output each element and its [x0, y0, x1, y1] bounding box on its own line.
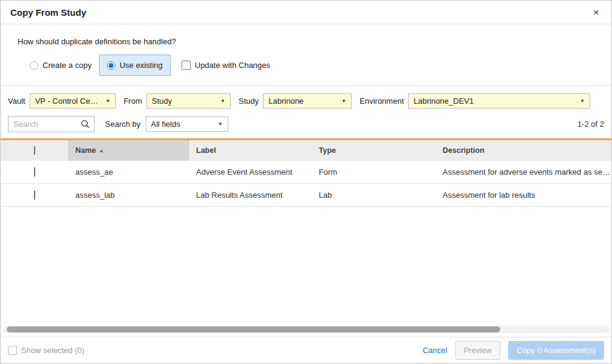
environment-dropdown[interactable]: Labrinone_DEV1 ▼ — [408, 93, 590, 109]
study-label: Study — [239, 96, 259, 106]
duplicate-question: How should duplicate definitions be hand… — [18, 37, 611, 46]
search-input[interactable] — [13, 120, 81, 129]
vault-dropdown-value: VP - Control Cen… — [35, 96, 101, 106]
from-dropdown[interactable]: Study ▼ — [146, 93, 231, 109]
cancel-link[interactable]: Cancel — [423, 346, 447, 355]
copy-button[interactable]: Copy 0 Assessment(s) — [508, 341, 604, 360]
search-by-dropdown[interactable]: All fields ▼ — [146, 116, 228, 132]
row-checkbox-cell — [1, 167, 68, 177]
table-row[interactable]: assess_ae Adverse Event Assessment Form … — [1, 161, 611, 184]
study-dropdown[interactable]: Labrinone ▼ — [263, 93, 352, 109]
column-header-name[interactable]: Name ▲ — [68, 140, 189, 161]
show-selected-option[interactable]: Show selected (0) — [8, 346, 84, 355]
chevron-down-icon: ▼ — [218, 121, 223, 127]
search-by-dropdown-value: All fields — [151, 120, 180, 129]
cell-name: assess_lab — [68, 190, 189, 200]
cell-label: Adverse Event Assessment — [189, 167, 311, 177]
cell-label: Lab Results Assessment — [189, 190, 311, 200]
copy-from-study-dialog: Copy From Study × How should duplicate d… — [0, 0, 612, 364]
show-selected-checkbox[interactable] — [8, 346, 17, 355]
environment-label: Environment — [359, 96, 404, 106]
header-checkbox-cell — [1, 146, 68, 155]
cell-description: Assessment for adverse events marked as … — [435, 167, 611, 177]
row-checkbox[interactable] — [34, 190, 35, 200]
row-checkbox[interactable] — [34, 167, 35, 177]
chevron-down-icon: ▼ — [341, 98, 346, 104]
search-by-label: Search by — [105, 120, 141, 129]
column-header-label-col[interactable]: Label — [189, 146, 311, 155]
scrollbar-thumb[interactable] — [7, 326, 500, 332]
vault-dropdown[interactable]: VP - Control Cen… ▼ — [30, 93, 116, 109]
from-dropdown-value: Study — [152, 96, 172, 106]
update-with-changes-label: Update with Changes — [195, 61, 270, 70]
chevron-down-icon: ▼ — [220, 98, 225, 104]
table-empty-area — [1, 207, 611, 326]
dialog-footer: Show selected (0) Cancel Preview Copy 0 … — [1, 337, 611, 363]
table-header-row: Name ▲ Label Type Description — [1, 140, 611, 161]
select-all-checkbox[interactable] — [34, 146, 35, 155]
environment-dropdown-value: Labrinone_DEV1 — [413, 96, 474, 106]
search-icon[interactable] — [81, 120, 90, 129]
radio-option-label: Create a copy — [42, 61, 92, 70]
close-icon[interactable]: × — [591, 6, 602, 19]
cell-type: Lab — [311, 190, 435, 200]
radio-icon[interactable] — [30, 61, 38, 70]
table-row[interactable]: assess_lab Lab Results Assessment Lab As… — [1, 184, 611, 207]
radio-icon-selected[interactable] — [107, 61, 115, 70]
column-header-description[interactable]: Description — [435, 146, 611, 155]
column-header-type[interactable]: Type — [311, 146, 435, 155]
cell-type: Form — [311, 167, 435, 177]
chevron-down-icon: ▼ — [106, 98, 110, 104]
vault-label: Vault — [8, 96, 25, 106]
row-checkbox-cell — [1, 190, 68, 200]
search-box[interactable] — [8, 116, 95, 132]
radio-option-create-a-copy[interactable]: Create a copy — [22, 55, 99, 75]
horizontal-scrollbar[interactable] — [2, 326, 610, 333]
assessments-table: Name ▲ Label Type Description assess_ae … — [1, 138, 611, 207]
cell-name: assess_ae — [68, 167, 189, 177]
chevron-down-icon: ▼ — [580, 98, 585, 104]
footer-actions: Cancel Preview Copy 0 Assessment(s) — [423, 341, 604, 360]
update-with-changes-checkbox[interactable] — [182, 61, 191, 70]
column-header-label: Name — [75, 146, 96, 155]
show-selected-label: Show selected (0) — [21, 346, 84, 355]
radio-option-use-existing[interactable]: Use existing — [99, 55, 171, 76]
filters-row: Vault VP - Control Cen… ▼ From Study ▼ S… — [1, 86, 611, 116]
update-with-changes-option[interactable]: Update with Changes — [182, 61, 270, 70]
table-body: assess_ae Adverse Event Assessment Form … — [1, 161, 611, 207]
radio-option-label: Use existing — [120, 61, 163, 70]
from-label: From — [124, 96, 142, 106]
preview-button[interactable]: Preview — [455, 341, 500, 360]
cell-description: Assessment for lab results — [435, 190, 611, 200]
result-count: 1-2 of 2 — [577, 120, 604, 129]
study-dropdown-value: Labrinone — [268, 96, 304, 106]
duplicate-options-row: Create a copy Use existing Update with C… — [22, 55, 611, 76]
search-row: Search by All fields ▼ 1-2 of 2 — [1, 116, 611, 138]
dialog-title: Copy From Study — [10, 7, 86, 18]
dialog-header: Copy From Study × — [1, 1, 611, 24]
sort-ascending-icon: ▲ — [99, 148, 104, 153]
